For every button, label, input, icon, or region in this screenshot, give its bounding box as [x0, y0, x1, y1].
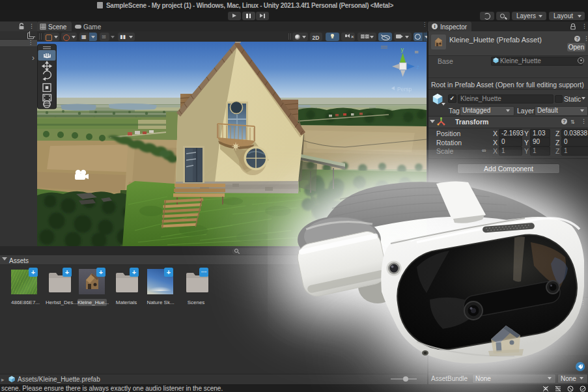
svg-text:Persp: Persp: [397, 86, 412, 92]
svg-text:z: z: [417, 64, 420, 70]
svg-text:y: y: [401, 46, 404, 53]
